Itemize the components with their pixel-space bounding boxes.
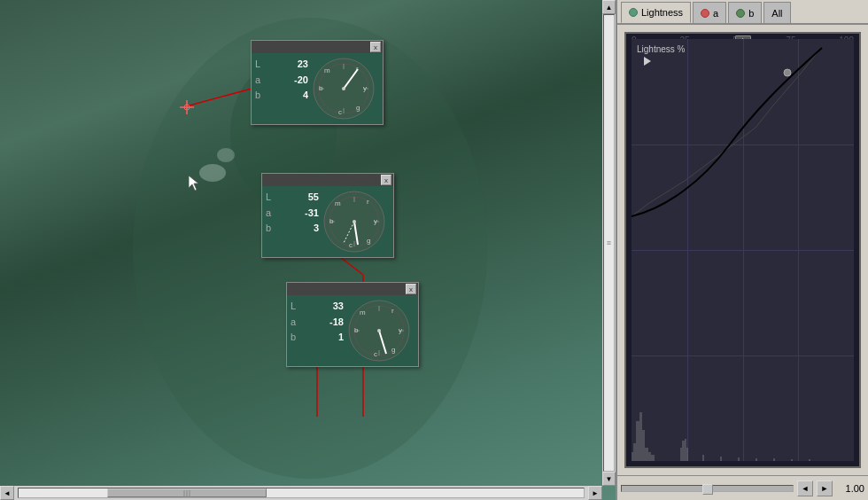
nav-next-button[interactable]: ► xyxy=(817,480,833,496)
popup-content-1: L23 a-20 b4 r y g c xyxy=(252,53,383,124)
curve-inner[interactable]: Lightness % xyxy=(632,39,854,461)
popup-titlebar-1: x xyxy=(252,41,383,53)
svg-point-56 xyxy=(784,69,791,76)
curve-svg xyxy=(632,39,854,461)
svg-text:g: g xyxy=(391,346,395,354)
svg-rect-67 xyxy=(685,439,686,461)
svg-text:r: r xyxy=(367,198,369,206)
tab-b-label: b xyxy=(748,8,754,19)
popup-close-btn-1[interactable]: x xyxy=(370,42,381,52)
clock-dial-1: r y g c b m xyxy=(312,57,376,121)
clock-dial-3: r y g c b m xyxy=(347,299,411,363)
svg-text:c: c xyxy=(374,350,377,358)
b-tab-icon xyxy=(736,9,745,18)
image-area: x L23 a-20 b4 r xyxy=(0,0,616,500)
cursor-cross xyxy=(180,100,194,116)
main-container: x L23 a-20 b4 r xyxy=(0,0,868,500)
zoom-value: 1.00 xyxy=(836,483,864,494)
svg-rect-57 xyxy=(632,452,633,461)
svg-text:c: c xyxy=(349,241,353,249)
scroll-up-button[interactable]: ▲ xyxy=(602,0,616,14)
svg-rect-60 xyxy=(639,412,642,461)
svg-point-55 xyxy=(377,329,381,332)
tab-lightness-label: Lightness xyxy=(641,7,683,18)
svg-text:m: m xyxy=(324,66,330,74)
svg-text:g: g xyxy=(356,104,360,112)
svg-rect-75 xyxy=(809,459,810,461)
clock-dial-2: r y g c b m xyxy=(322,190,386,254)
popup-titlebar-3: x xyxy=(287,283,418,295)
lab-values-2: L55 a-31 b3 xyxy=(266,190,319,254)
scroll-right-button[interactable]: ► xyxy=(588,486,602,500)
popup-content-2: L55 a-31 b3 r y g c b m xyxy=(262,186,393,257)
svg-point-26 xyxy=(342,87,345,90)
tab-all-label: All xyxy=(771,8,782,19)
svg-rect-74 xyxy=(791,459,793,461)
svg-marker-12 xyxy=(189,176,198,191)
scroll-down-button[interactable]: ▼ xyxy=(602,472,616,486)
vertical-scrollbar[interactable]: ▲ ≡ ▼ xyxy=(602,0,616,486)
tab-a-label: a xyxy=(713,8,718,19)
a-tab-icon xyxy=(701,9,709,18)
histogram-svg xyxy=(632,403,854,461)
popup-titlebar-2: x xyxy=(262,174,393,186)
svg-rect-64 xyxy=(651,455,655,461)
svg-text:y: y xyxy=(363,84,367,92)
svg-text:b: b xyxy=(329,217,334,225)
horizontal-scroll-track[interactable] xyxy=(18,488,585,498)
svg-rect-71 xyxy=(738,457,740,461)
tab-a[interactable]: a xyxy=(693,2,726,23)
svg-rect-58 xyxy=(633,443,636,461)
svg-text:y: y xyxy=(399,326,402,334)
svg-text:m: m xyxy=(360,309,366,316)
svg-rect-66 xyxy=(682,441,685,461)
scroll-thumb[interactable] xyxy=(107,488,267,497)
mouse-cursor xyxy=(189,176,201,193)
svg-point-41 xyxy=(353,220,356,223)
zoom-slider-thumb[interactable] xyxy=(702,484,713,495)
svg-rect-69 xyxy=(702,455,704,461)
svg-rect-62 xyxy=(645,448,648,461)
popup-close-btn-2[interactable]: x xyxy=(381,175,391,185)
svg-rect-61 xyxy=(642,430,645,461)
bottom-controls: ◄ ► 1.00 xyxy=(617,475,868,500)
lab-values-3: L33 a-18 b1 xyxy=(291,299,344,363)
scroll-thumb-grip xyxy=(184,490,190,497)
svg-text:b: b xyxy=(354,326,359,334)
svg-rect-72 xyxy=(756,458,757,461)
curve-area: ▲ Lightness % xyxy=(617,25,868,475)
svg-rect-70 xyxy=(720,457,722,461)
svg-rect-73 xyxy=(773,458,775,461)
color-popup-3: x L33 a-18 b1 r y g c xyxy=(286,282,419,367)
curve-canvas[interactable]: ▲ Lightness % xyxy=(624,32,861,468)
svg-rect-63 xyxy=(648,452,651,461)
svg-rect-65 xyxy=(680,448,682,461)
svg-text:r: r xyxy=(391,307,394,315)
tab-bar: Lightness a b All xyxy=(617,0,868,25)
color-popup-1: x L23 a-20 b4 r xyxy=(251,40,384,125)
popup-content-3: L33 a-18 b1 r y g c b m xyxy=(287,295,418,366)
horizontal-scrollbar[interactable]: ◄ ► xyxy=(0,486,602,500)
svg-rect-59 xyxy=(636,421,639,461)
svg-text:m: m xyxy=(335,199,341,207)
tab-all[interactable]: All xyxy=(763,2,790,23)
tab-b[interactable]: b xyxy=(728,2,762,23)
zoom-slider[interactable] xyxy=(621,485,794,492)
scroll-left-button[interactable]: ◄ xyxy=(0,486,14,500)
svg-rect-68 xyxy=(686,448,688,461)
right-panel: Lightness a b All ▲ xyxy=(616,0,868,500)
svg-text:c: c xyxy=(338,108,342,116)
svg-text:g: g xyxy=(367,237,370,245)
popup-close-btn-3[interactable]: x xyxy=(406,284,416,294)
vertical-scroll-track[interactable]: ≡ xyxy=(603,14,615,472)
tab-lightness[interactable]: Lightness xyxy=(621,2,691,23)
nav-prev-button[interactable]: ◄ xyxy=(797,480,813,496)
lightness-tab-icon xyxy=(629,8,638,17)
color-popup-2: x L55 a-31 b3 r y g c xyxy=(261,173,394,258)
svg-text:b: b xyxy=(319,84,323,92)
svg-text:y: y xyxy=(374,217,377,225)
lab-values-1: L23 a-20 b4 xyxy=(255,57,308,121)
